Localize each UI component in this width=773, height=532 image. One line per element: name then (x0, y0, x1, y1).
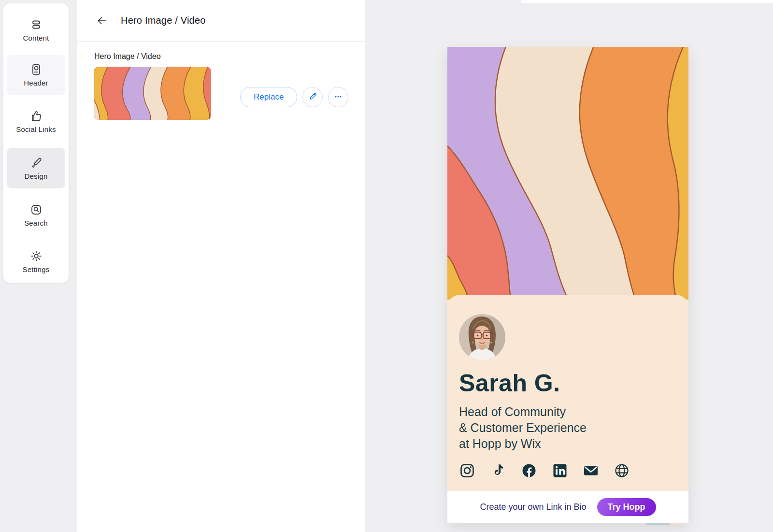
instagram-icon[interactable] (459, 462, 475, 479)
linkedin-icon[interactable] (552, 462, 568, 479)
thumbnail-actions: Replace (240, 87, 348, 107)
facebook-icon[interactable] (521, 462, 537, 479)
sidebar-item-design[interactable]: Design (7, 148, 65, 188)
profile-bio: Head of Community & Customer Experience … (459, 404, 677, 452)
paintbrush-icon (30, 157, 43, 169)
scrolled-content-sliver (646, 523, 670, 525)
thumbs-up-icon (30, 110, 43, 122)
banner-text: Create your own Link in Bio (480, 502, 586, 512)
tiktok-icon[interactable] (490, 462, 506, 479)
gear-icon (30, 250, 43, 262)
profile-name: Sarah G. (459, 369, 677, 397)
try-hopp-button[interactable]: Try Hopp (597, 498, 656, 516)
hero-image (447, 47, 688, 300)
icon-sidebar: Content Header Social Links Desi (3, 3, 69, 283)
content-icon (30, 18, 43, 31)
profile-card: Sarah G. Head of Community & Customer Ex… (447, 295, 688, 491)
sidebar-item-label: Content (23, 34, 49, 42)
wave-art-thumbnail (94, 67, 211, 120)
email-icon[interactable] (583, 462, 599, 479)
hero-section-label: Hero Image / Video (94, 52, 161, 61)
sidebar-item-header[interactable]: Header (7, 55, 65, 95)
hero-image-panel: Hero Image / Video Hero Image / Video (77, 0, 365, 532)
sidebar-item-label: Design (25, 172, 48, 180)
sidebar-item-label: Header (24, 79, 48, 87)
ellipsis-icon (334, 92, 343, 102)
avatar (459, 314, 505, 360)
wave-art-hero (447, 47, 688, 300)
sidebar-item-label: Search (24, 219, 48, 227)
replace-button[interactable]: Replace (240, 87, 297, 107)
sidebar-item-settings[interactable]: Settings (7, 241, 65, 282)
bio-line: Head of Community (459, 404, 677, 420)
header-icon (30, 63, 43, 76)
sidebar-item-social-links[interactable]: Social Links (7, 101, 65, 142)
sidebar-item-search[interactable]: Search (7, 195, 65, 235)
sidebar-item-label: Social Links (16, 125, 56, 133)
more-options-button[interactable] (328, 87, 348, 107)
link-in-bio-preview: Sarah G. Head of Community & Customer Ex… (447, 47, 688, 523)
panel-header: Hero Image / Video (77, 0, 365, 42)
edit-button[interactable] (302, 87, 323, 107)
pencil-icon (308, 92, 317, 102)
search-icon (30, 203, 43, 216)
panel-title: Hero Image / Video (121, 15, 206, 26)
scrolled-content-sliver (670, 523, 678, 525)
top-white-strip (521, 0, 773, 3)
social-links-row (459, 462, 677, 479)
bio-line: at Hopp by Wix (459, 436, 677, 452)
sidebar-item-label: Settings (23, 265, 50, 273)
hopp-banner: Create your own Link in Bio Try Hopp (447, 491, 688, 523)
website-globe-icon[interactable] (614, 462, 630, 479)
back-arrow-icon[interactable] (96, 14, 108, 27)
hero-image-thumbnail[interactable] (94, 67, 211, 120)
bio-line: & Customer Experience (459, 420, 677, 436)
sidebar-item-content[interactable]: Content (7, 10, 65, 50)
